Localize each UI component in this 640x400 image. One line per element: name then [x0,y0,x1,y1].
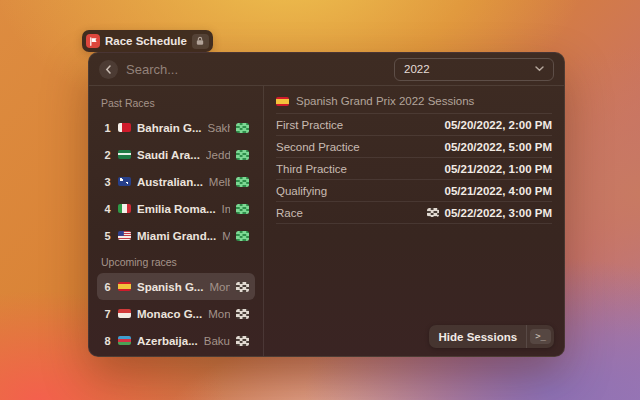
race-number: 3 [103,176,112,188]
race-name: Miami Grand... [137,230,216,242]
race-name: Azerbaija... [137,335,198,347]
session-label: Second Practice [276,141,360,153]
checkered-flag-white-icon [236,336,249,346]
race-number: 4 [103,203,112,215]
flag-spain-icon [276,97,289,106]
checkered-flag-green-icon [236,123,249,133]
pill-label: Race Schedule [105,35,187,47]
checkered-flag-white-icon [236,309,249,319]
race-list-item-saudi[interactable]: 2 Saudi Ara... Jeddah, Sa... [97,141,255,168]
hide-sessions-label: Hide Sessions [429,331,527,343]
session-label: First Practice [276,119,343,131]
session-row-first-practice[interactable]: First Practice 05/20/2022, 2:00 PM [276,114,552,136]
session-row-second-practice[interactable]: Second Practice 05/20/2022, 5:00 PM [276,136,552,158]
race-location: Imola, Italy [222,203,230,215]
race-list-item-emilia-romagna[interactable]: 4 Emilia Roma... Imola, Italy [97,195,255,222]
button-divider [526,325,527,348]
section-title-upcoming-races: Upcoming races [97,249,255,273]
race-name: Bahrain G... [137,122,202,134]
checkered-flag-green-icon [236,231,249,241]
checkered-flag-green-icon [236,177,249,187]
race-location: Melbourne,... [209,176,230,188]
flag-spain-icon [118,282,131,291]
race-name: Spanish G... [137,281,203,293]
checkered-flag-white-icon [236,282,249,292]
flag-italy-icon [118,204,131,213]
race-number: 1 [103,122,112,134]
lock-icon [192,34,209,49]
flag-usa-icon [118,231,131,240]
keyboard-shortcut-badge: >_ [530,329,551,344]
flag-monaco-icon [118,309,131,318]
chevron-down-icon [535,66,544,72]
window-content: Past Races 1 Bahrain G... Sakhir, Bahr..… [89,86,564,356]
session-row-race[interactable]: Race 05/22/2022, 3:00 PM [276,202,552,224]
session-datetime: 05/20/2022, 5:00 PM [445,141,552,153]
race-list-item-canada[interactable]: 9 Canadian... Montreal, C... [97,354,255,356]
race-schedule-pill[interactable]: Race Schedule [82,30,213,52]
session-datetime: 05/21/2022, 1:00 PM [445,163,552,175]
race-location: Montmeló,... [209,281,230,293]
session-label: Third Practice [276,163,347,175]
race-location: Miami, USA [222,230,230,242]
session-datetime: 05/22/2022, 3:00 PM [427,207,552,219]
search-input[interactable] [126,62,386,77]
race-location: Monte-Carl... [208,308,230,320]
race-name: Australian... [137,176,203,188]
race-list-item-azerbaijan[interactable]: 8 Azerbaija... Baku, Azerb... [97,327,255,354]
sessions-title-text: Spanish Grand Prix 2022 Sessions [296,95,474,107]
session-datetime: 05/20/2022, 2:00 PM [445,119,552,131]
flag-bahrain-icon [118,123,131,132]
race-list-item-australia[interactable]: 3 Australian... Melbourne,... [97,168,255,195]
session-datetime: 05/21/2022, 4:00 PM [445,185,552,197]
race-number: 6 [103,281,112,293]
race-name: Monaco G... [137,308,202,320]
race-list-item-bahrain[interactable]: 1 Bahrain G... Sakhir, Bahr... [97,114,255,141]
race-number: 8 [103,335,112,347]
flag-australia-icon [118,177,131,186]
race-number: 2 [103,149,112,161]
race-list: Past Races 1 Bahrain G... Sakhir, Bahr..… [89,86,264,356]
back-button[interactable] [99,60,118,79]
session-row-third-practice[interactable]: Third Practice 05/21/2022, 1:00 PM [276,158,552,180]
checkered-flag-green-icon [236,150,249,160]
flag-saudi-arabia-icon [118,150,131,159]
sessions-panel-title: Spanish Grand Prix 2022 Sessions [276,89,552,114]
race-list-item-monaco[interactable]: 7 Monaco G... Monte-Carl... [97,300,255,327]
flag-azerbaijan-icon [118,336,131,345]
year-dropdown-value: 2022 [404,63,430,75]
hide-sessions-button[interactable]: Hide Sessions >_ [429,325,554,348]
race-list-item-miami[interactable]: 5 Miami Grand... Miami, USA [97,222,255,249]
checkered-flag-green-icon [236,204,249,214]
race-name: Saudi Ara... [137,149,200,161]
race-schedule-window: 2022 Past Races 1 Bahrain G... Sakhir, B… [88,52,565,357]
checkered-flag-white-icon [427,208,439,217]
race-location: Jeddah, Sa... [206,149,230,161]
sessions-panel: Spanish Grand Prix 2022 Sessions First P… [264,86,564,356]
year-dropdown[interactable]: 2022 [394,58,554,81]
race-number: 7 [103,308,112,320]
race-location: Baku, Azerb... [204,335,230,347]
race-name: Emilia Roma... [137,203,216,215]
section-title-past-races: Past Races [97,90,255,114]
race-schedule-app-icon [86,34,100,48]
race-list-item-spain-selected[interactable]: 6 Spanish G... Montmeló,... [97,273,255,300]
race-location: Sakhir, Bahr... [208,122,230,134]
race-number: 5 [103,230,112,242]
session-datetime-text: 05/22/2022, 3:00 PM [445,207,552,219]
search-bar: 2022 [89,53,564,86]
session-row-qualifying[interactable]: Qualifying 05/21/2022, 4:00 PM [276,180,552,202]
session-label: Race [276,207,303,219]
session-label: Qualifying [276,185,327,197]
